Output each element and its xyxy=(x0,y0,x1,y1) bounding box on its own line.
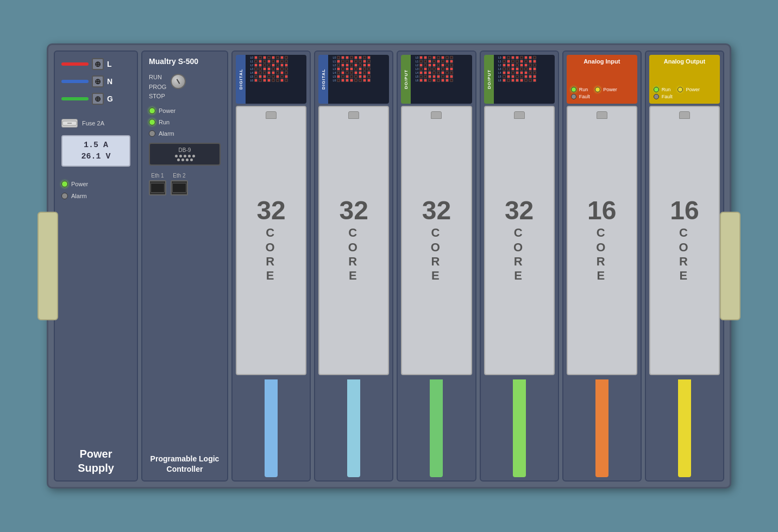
analog-input-header: Analog Input Run Power Fault xyxy=(567,55,637,104)
mode-knob[interactable] xyxy=(171,74,186,89)
io-strip-label-do2: DO/PUT xyxy=(484,55,494,104)
card-number-do2: 32 xyxy=(505,198,534,224)
io-row: L1 xyxy=(495,60,554,63)
io-row: L1 xyxy=(247,60,305,63)
ao-run-row: Run Power xyxy=(654,87,716,92)
db9-pin xyxy=(188,155,191,157)
io-row: L6 xyxy=(247,79,305,82)
card-text-di1: CORE xyxy=(266,226,277,283)
eth-label-2: Eth 2 xyxy=(173,173,185,179)
wire-blue xyxy=(61,80,89,83)
wire-row-l: ⊕ L xyxy=(61,58,130,70)
io-row: L5 xyxy=(247,75,305,78)
io-row: L6 xyxy=(495,79,554,82)
io-row: L4 xyxy=(412,71,470,74)
analog-output-leds: Run Power Fault xyxy=(652,86,717,100)
wire-red xyxy=(61,62,89,66)
module-plc-controller: Mualtry S-500 RUN PROG STOP Power Run Al… xyxy=(141,50,228,482)
cable-do1 xyxy=(430,379,443,477)
db9-pin xyxy=(184,155,186,157)
io-row: L6 xyxy=(329,79,388,82)
module-card-ai: 16 CORE xyxy=(567,106,637,375)
terminal-n[interactable]: ⊕ xyxy=(92,75,104,87)
wire-green xyxy=(61,97,89,100)
io-header-do1: DO/PUT L0 L1 L2 L3 xyxy=(401,55,472,104)
ai-power-text: Power xyxy=(603,87,617,92)
io-row: L1 xyxy=(329,60,388,63)
fuse-row: Fuse 2A xyxy=(61,119,130,128)
io-grid-do2: L0 L1 L2 L3 L4 xyxy=(494,55,555,104)
cable-di1 xyxy=(265,379,278,477)
db9-row-1 xyxy=(175,155,195,157)
card-number-di1: 32 xyxy=(256,198,285,224)
eth-label-1: Eth 1 xyxy=(151,173,164,179)
fuse-icon xyxy=(61,119,78,128)
ao-run-text: Run xyxy=(662,87,671,92)
card-tab-di2 xyxy=(348,111,359,119)
db9-row-2 xyxy=(177,159,193,161)
ao-power-led xyxy=(677,87,683,92)
ai-run-led xyxy=(571,87,576,92)
io-row: L2 xyxy=(495,64,554,67)
db9-pin xyxy=(192,155,195,157)
eth-connector-1[interactable] xyxy=(149,180,166,195)
bracket-right xyxy=(720,212,741,320)
card-text-do1: CORE xyxy=(431,226,442,283)
io-strip-label-di1: DIGITAL xyxy=(236,55,246,104)
plc-power-led-row: Power xyxy=(149,107,221,114)
db9-pin xyxy=(190,159,193,161)
plc-chassis: ⊕ L ⊕ N ⊕ G Fuse 2A 1. xyxy=(47,43,731,489)
wire-label-n: N xyxy=(107,77,112,86)
db9-pin xyxy=(177,159,180,161)
io-row: L0 xyxy=(412,56,470,59)
cable-ai xyxy=(595,379,608,477)
mode-stop: STOP xyxy=(149,92,166,102)
wire-row-n: ⊕ N xyxy=(61,75,130,87)
module-card-di2: 32 CORE xyxy=(318,106,389,375)
card-tab-ai xyxy=(597,111,607,119)
analog-input-title: Analog Input xyxy=(570,58,634,65)
wire-label-l: L xyxy=(107,60,112,68)
io-row: L3 xyxy=(329,67,388,71)
ao-fault-led xyxy=(654,94,659,99)
io-row: L0 xyxy=(495,56,554,59)
io-row: L5 xyxy=(329,75,388,78)
power-led-row: Power xyxy=(61,181,130,187)
card-tab-do2 xyxy=(514,111,525,119)
module-card-di1: 32 CORE xyxy=(236,106,306,375)
io-row: L1 xyxy=(412,60,470,63)
alarm-led-row: Alarm xyxy=(61,193,130,199)
plc-run-led-label: Run xyxy=(159,119,170,125)
db9-pin xyxy=(175,155,178,157)
bracket-left xyxy=(37,212,58,320)
terminal-l[interactable]: ⊕ xyxy=(92,58,104,70)
mode-labels: RUN PROG STOP xyxy=(149,73,166,102)
io-grid-do1: L0 L1 L2 L3 L4 xyxy=(411,55,472,104)
plc-footer-label: Programable Logic Controller xyxy=(149,452,221,475)
io-grid-di1: L0 L1 L2 L3 L4 xyxy=(246,55,306,104)
io-row: L3 xyxy=(247,67,305,71)
db9-pin xyxy=(179,155,182,157)
wire-label-g: G xyxy=(107,94,113,103)
plc-run-led-row: Run xyxy=(149,119,221,125)
ao-run-led xyxy=(654,87,659,92)
ai-power-led xyxy=(595,87,600,92)
fuse-label: Fuse 2A xyxy=(82,120,104,126)
io-grid-di2: L0 L1 L2 L3 L4 xyxy=(328,55,389,104)
io-row: L0 xyxy=(329,56,388,59)
module-digital-input-1: DIGITAL L0 L1 L2 L3 xyxy=(231,50,311,482)
db9-pin xyxy=(186,159,189,161)
io-row: L0 xyxy=(247,56,305,59)
eth-connector-2[interactable] xyxy=(171,180,188,195)
card-number-ao: 16 xyxy=(670,198,699,224)
power-led-label: Power xyxy=(71,181,88,187)
wire-row-g: ⊕ G xyxy=(61,93,130,105)
io-row: L3 xyxy=(495,67,554,71)
io-row: L4 xyxy=(329,71,388,74)
eth-ports-section: Eth 1 Eth 2 xyxy=(149,173,221,195)
io-row: L2 xyxy=(412,64,470,67)
plc-alarm-led-label: Alarm xyxy=(159,130,174,137)
plc-title: Mualtry S-500 xyxy=(149,57,221,66)
terminal-g[interactable]: ⊕ xyxy=(92,93,104,105)
mode-run: RUN xyxy=(149,73,166,83)
